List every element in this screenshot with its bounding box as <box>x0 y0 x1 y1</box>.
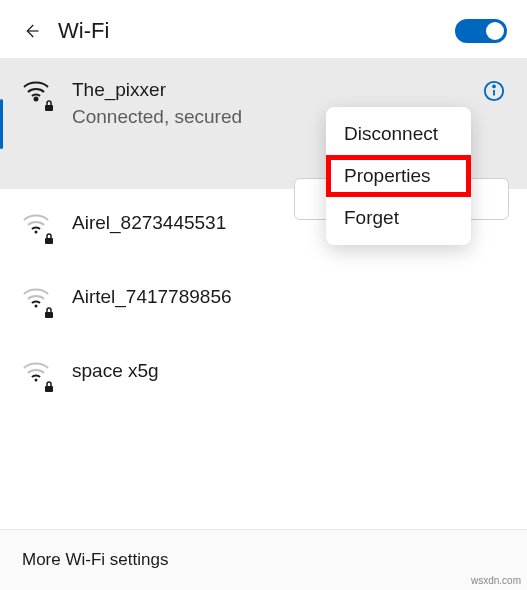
lock-icon <box>44 233 54 245</box>
svg-point-9 <box>35 379 38 382</box>
svg-rect-6 <box>45 238 53 244</box>
lock-icon <box>44 100 54 112</box>
network-info: Airtel_7417789856 <box>72 285 507 310</box>
wifi-toggle[interactable] <box>455 19 507 43</box>
svg-point-0 <box>35 98 38 101</box>
svg-point-4 <box>493 86 495 88</box>
back-icon[interactable] <box>22 22 40 40</box>
network-name: Airtel_7417789856 <box>72 285 507 310</box>
menu-item-disconnect[interactable]: Disconnect <box>326 113 471 155</box>
watermark: wsxdn.com <box>471 575 521 586</box>
svg-rect-1 <box>45 105 53 111</box>
svg-rect-10 <box>45 386 53 392</box>
network-name: The_pixxer <box>72 78 507 103</box>
header: Wi-Fi <box>0 0 527 58</box>
network-name: space x5g <box>72 359 507 384</box>
lock-icon <box>44 381 54 393</box>
svg-point-5 <box>35 231 38 234</box>
menu-item-forget[interactable]: Forget <box>326 197 471 239</box>
info-icon[interactable] <box>483 80 505 102</box>
network-item[interactable]: Airtel_7417789856 <box>0 263 527 337</box>
wifi-secured-icon <box>22 361 50 389</box>
footer: More Wi-Fi settings <box>0 529 527 590</box>
svg-rect-8 <box>45 312 53 318</box>
context-menu: Disconnect Properties Forget <box>326 107 471 245</box>
more-wifi-settings-link[interactable]: More Wi-Fi settings <box>22 550 168 569</box>
network-item[interactable]: space x5g <box>0 337 527 411</box>
lock-icon <box>44 307 54 319</box>
network-info: space x5g <box>72 359 507 384</box>
page-title: Wi-Fi <box>58 18 109 44</box>
header-left: Wi-Fi <box>22 18 109 44</box>
menu-item-properties[interactable]: Properties <box>326 155 471 197</box>
wifi-secured-icon <box>22 287 50 315</box>
svg-point-7 <box>35 305 38 308</box>
wifi-secured-icon <box>22 213 50 241</box>
wifi-secured-icon <box>22 80 50 108</box>
